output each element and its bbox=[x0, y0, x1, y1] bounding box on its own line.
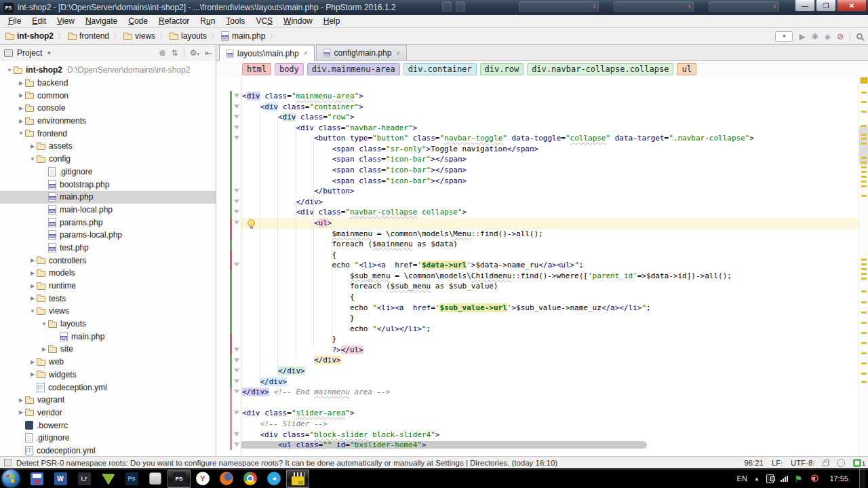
warning-stripe-mark[interactable] bbox=[861, 138, 867, 140]
tree-item-widgets[interactable]: ▶widgets bbox=[0, 369, 216, 381]
hide-panel-icon[interactable]: ⇤ bbox=[205, 48, 212, 58]
tag-breadcrumb-html[interactable]: html bbox=[242, 63, 271, 75]
menu-item-edit[interactable]: Edit bbox=[26, 16, 52, 26]
taskbar-icon-green-triangle-app[interactable] bbox=[96, 470, 119, 488]
warning-stripe-mark[interactable] bbox=[861, 195, 867, 197]
taskbar-icon-yandex-browser[interactable]: Y bbox=[191, 470, 214, 488]
code-line[interactable]: <div class="container"> bbox=[242, 102, 859, 113]
error-stripe[interactable] bbox=[859, 77, 868, 456]
editor-tab-layouts-main.php[interactable]: layouts\main.php× bbox=[219, 45, 315, 61]
tree-item-runtime[interactable]: ▶runtime bbox=[0, 280, 216, 293]
tree-item-vagrant[interactable]: ▶vagrant bbox=[0, 394, 216, 407]
code-line[interactable]: <div class="navbar-collapse collapse"> bbox=[242, 207, 859, 218]
fold-marker-icon[interactable] bbox=[234, 94, 239, 98]
taskbar-icon-chrome[interactable] bbox=[239, 470, 262, 488]
code-line[interactable]: foreach ($mainmenu as $data) bbox=[242, 239, 859, 250]
warning-stripe-mark[interactable] bbox=[861, 185, 867, 187]
warning-stripe-mark[interactable] bbox=[861, 362, 867, 364]
muted-speaker-icon[interactable] bbox=[809, 474, 818, 483]
caret-position[interactable]: 96:21 bbox=[744, 459, 764, 467]
fold-marker-icon[interactable] bbox=[234, 390, 239, 394]
code-editor[interactable]: <div class="mainmenu-area"> <div class="… bbox=[216, 77, 868, 456]
tree-item-main.php[interactable]: main.php bbox=[0, 191, 216, 204]
warning-stripe-mark[interactable] bbox=[861, 176, 867, 178]
code-line[interactable]: <ul class="" id="bxslider-home4"> bbox=[242, 440, 859, 451]
expand-arrow-icon[interactable]: ▶ bbox=[28, 359, 37, 365]
minimize-button[interactable]: — bbox=[795, 0, 815, 12]
taskbar-icon-gray-app[interactable] bbox=[144, 470, 167, 488]
expand-arrow-icon[interactable]: ▶ bbox=[28, 143, 37, 149]
code-line[interactable]: echo "</ul></li>"; bbox=[242, 324, 859, 335]
breadcrumb-int-shop2[interactable]: int-shop2 bbox=[5, 31, 54, 41]
scroll-from-source-icon[interactable]: ⇅ bbox=[172, 48, 178, 58]
warning-stripe-mark[interactable] bbox=[861, 125, 867, 127]
code-line[interactable]: </div> bbox=[242, 197, 859, 208]
tree-item-backend[interactable]: ▶backend bbox=[0, 77, 216, 90]
menu-item-window[interactable]: Window bbox=[278, 16, 318, 26]
collapse-arrow-icon[interactable]: ▼ bbox=[28, 308, 37, 314]
tag-breadcrumb-div.row[interactable]: div.row bbox=[480, 63, 524, 75]
warning-stripe-mark[interactable] bbox=[861, 278, 867, 280]
taskbar-icon-total-commander[interactable] bbox=[25, 470, 48, 488]
warning-stripe-mark[interactable] bbox=[861, 263, 867, 265]
code-line[interactable]: $sub_menu = \common\models\Childmenu::fi… bbox=[242, 271, 859, 282]
collapse-all-icon[interactable]: ⊗ bbox=[159, 48, 166, 58]
fold-marker-icon[interactable] bbox=[234, 411, 239, 415]
warning-stripe-mark[interactable] bbox=[861, 111, 867, 113]
taskbar-icon-firefox[interactable] bbox=[215, 470, 238, 488]
warning-stripe-mark[interactable] bbox=[861, 290, 867, 293]
code-line[interactable]: <button type="button" class="navbar-togg… bbox=[242, 133, 859, 144]
expand-arrow-icon[interactable]: ▶ bbox=[17, 92, 25, 98]
warning-stripe-mark[interactable] bbox=[861, 166, 867, 168]
code-line[interactable]: ?></ul> bbox=[242, 345, 859, 356]
code-line[interactable]: <span class="sr-only">Toggle navigation<… bbox=[242, 144, 859, 155]
tree-item-models[interactable]: ▶models bbox=[0, 267, 216, 280]
editor-tab-config-main.php[interactable]: config\main.php× bbox=[316, 45, 408, 60]
warning-stripe-mark[interactable] bbox=[861, 301, 867, 303]
menu-item-run[interactable]: Run bbox=[195, 16, 220, 26]
tag-breadcrumb-body[interactable]: body bbox=[275, 63, 304, 75]
tree-item-main-local.php[interactable]: main-local.php bbox=[0, 204, 216, 217]
code-line[interactable]: <span class="icon-bar"></span> bbox=[242, 154, 859, 165]
warning-stripe-mark[interactable] bbox=[861, 181, 867, 183]
taskbar-icon-lightroom[interactable]: Lr bbox=[73, 470, 96, 488]
fold-marker-icon[interactable] bbox=[234, 443, 239, 447]
project-panel-title[interactable]: Project bbox=[17, 48, 42, 58]
tree-item-.bowerrc[interactable]: .bowerrc bbox=[0, 419, 216, 432]
status-message[interactable]: Detect PSR-0 namespace roots: Do you wan… bbox=[16, 459, 557, 467]
readonly-lock-icon[interactable] bbox=[823, 462, 829, 466]
tree-item-params-local.php[interactable]: params-local.php bbox=[0, 229, 216, 242]
expand-arrow-icon[interactable]: ▶ bbox=[17, 409, 25, 415]
code-line[interactable]: <div class="mainmenu-area"> bbox=[242, 91, 859, 102]
vertical-scrollbar-thumb[interactable] bbox=[859, 126, 868, 165]
expand-arrow-icon[interactable]: ▶ bbox=[28, 371, 37, 377]
menu-item-code[interactable]: Code bbox=[123, 16, 153, 26]
tree-item-.gitignore[interactable]: .gitignore bbox=[0, 166, 216, 179]
tree-item-test.php[interactable]: test.php bbox=[0, 242, 216, 255]
chevron-down-icon[interactable]: ▼ bbox=[46, 50, 52, 56]
tree-item-vendor[interactable]: ▶vendor bbox=[0, 407, 216, 419]
hidden-icons-arrow[interactable]: ▲ bbox=[754, 476, 760, 482]
code-line[interactable]: { bbox=[242, 292, 859, 303]
menu-item-help[interactable]: Help bbox=[318, 16, 346, 26]
code-line[interactable]: <ul> bbox=[242, 218, 859, 229]
tree-item-layouts[interactable]: ▼layouts bbox=[0, 318, 216, 331]
fold-marker-icon[interactable] bbox=[234, 189, 239, 193]
code-line[interactable]: { bbox=[242, 250, 859, 261]
collapse-arrow-icon[interactable]: ▼ bbox=[17, 130, 25, 136]
tree-item-views[interactable]: ▼views bbox=[0, 305, 216, 318]
code-line[interactable]: <span class="icon-bar"></span> bbox=[242, 165, 859, 176]
warning-stripe-mark[interactable] bbox=[861, 162, 867, 164]
tag-breadcrumb-ul[interactable]: ul bbox=[677, 63, 696, 75]
fold-marker-icon[interactable] bbox=[234, 221, 239, 225]
tree-item-bootstrap.php[interactable]: bootstrap.php bbox=[0, 178, 216, 191]
code-line[interactable]: </div> bbox=[242, 377, 859, 388]
notification-badge[interactable]: 1 bbox=[853, 459, 865, 467]
warning-stripe-mark[interactable] bbox=[861, 92, 867, 94]
warning-stripe-mark[interactable] bbox=[861, 134, 867, 136]
tree-item-main.php[interactable]: main.php bbox=[0, 330, 216, 343]
warning-stripe-mark[interactable] bbox=[861, 268, 867, 270]
fold-marker-icon[interactable] bbox=[234, 210, 239, 214]
run-configuration-combo[interactable]: ▼ bbox=[775, 31, 793, 42]
taskbar-icon-phpstorm[interactable]: PS bbox=[167, 470, 191, 488]
